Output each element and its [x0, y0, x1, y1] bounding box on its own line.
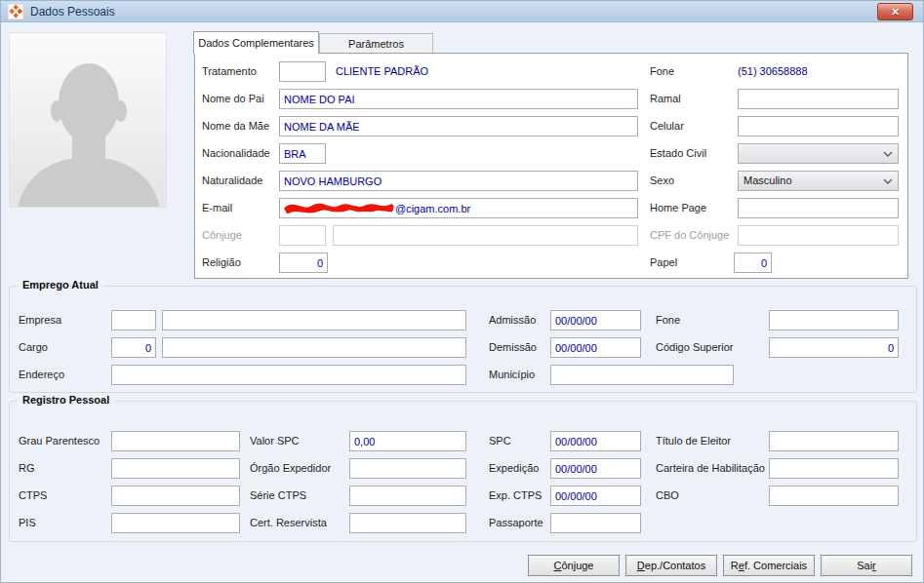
rg-input[interactable] — [111, 458, 240, 479]
endereco-label: Endereço — [19, 365, 64, 385]
dados-pessoais-window: Dados Pessoais ✕ Parâmetros Dados Comple… — [0, 0, 924, 583]
ctps-input[interactable] — [111, 486, 240, 506]
chevron-down-icon — [883, 151, 893, 157]
orgao-expedidor-input[interactable] — [349, 458, 466, 479]
orgao-expedidor-label: Órgão Expedidor — [250, 458, 331, 479]
celular-label: Celular — [650, 116, 684, 136]
sexo-dropdown[interactable]: Masculino — [738, 171, 899, 191]
close-icon: ✕ — [891, 6, 900, 18]
demissao-input[interactable] — [550, 337, 641, 358]
grau-parentesco-label: Grau Parentesco — [19, 431, 100, 451]
exp-ctps-label: Exp. CTPS — [489, 486, 542, 506]
serie-ctps-input[interactable] — [349, 486, 466, 506]
window-title: Dados Pessoais — [30, 1, 115, 22]
religiao-label: Religião — [202, 253, 241, 273]
person-silhouette-icon — [10, 33, 167, 208]
spc-input[interactable] — [550, 431, 641, 451]
nome-mae-input[interactable] — [279, 116, 638, 136]
fone-display: (51) 30658888 — [738, 61, 808, 82]
emprego-fone-label: Fone — [656, 310, 680, 330]
estado-civil-dropdown[interactable] — [738, 143, 899, 164]
tab-parametros[interactable]: Parâmetros — [319, 33, 433, 54]
conjuge-code-input — [279, 225, 326, 246]
pis-label: PIS — [19, 513, 36, 533]
rg-label: RG — [19, 458, 35, 479]
expedicao-label: Expedição — [489, 458, 539, 479]
pis-input[interactable] — [111, 513, 240, 533]
titulo-eleitor-input[interactable] — [769, 431, 899, 451]
email-field[interactable]: @cigam.com.br — [279, 198, 638, 218]
nacionalidade-input[interactable] — [279, 143, 326, 164]
passaporte-label: Passaporte — [489, 513, 543, 533]
conjuge-name-input — [333, 225, 638, 246]
valor-spc-input[interactable] — [349, 431, 466, 451]
cargo-code-input[interactable] — [111, 337, 156, 358]
empresa-code-input[interactable] — [111, 310, 156, 330]
close-button[interactable]: ✕ — [877, 3, 913, 20]
exp-ctps-input[interactable] — [550, 486, 641, 506]
codigo-superior-input[interactable] — [769, 337, 899, 358]
papel-label: Papel — [650, 253, 677, 273]
conjuge-button[interactable]: Cônjuge — [528, 555, 620, 576]
titulo-eleitor-label: Título de Eleitor — [656, 431, 731, 451]
cert-reservista-label: Cert. Reservista — [250, 513, 327, 533]
cert-reservista-input[interactable] — [349, 513, 466, 533]
celular-input[interactable] — [738, 116, 899, 136]
tratamento-label: Tratamento — [202, 61, 257, 82]
tratamento-display: CLIENTE PADRÃO — [336, 61, 428, 82]
home-page-input[interactable] — [738, 198, 899, 218]
title-bar: Dados Pessoais ✕ — [1, 1, 923, 22]
valor-spc-label: Valor SPC — [250, 431, 300, 451]
carteira-habilitacao-input[interactable] — [769, 458, 899, 479]
admissao-input[interactable] — [550, 310, 641, 330]
cpf-conjuge-input — [738, 225, 899, 246]
codigo-superior-label: Código Superior — [656, 337, 734, 358]
dep-contatos-button[interactable]: Dep./Contatos — [625, 555, 717, 576]
ref-comerciais-button[interactable]: Ref. Comerciais — [723, 555, 815, 576]
cpf-conjuge-label: CPF do Cônjuge — [650, 225, 729, 246]
redaction-scribble — [284, 201, 394, 215]
empresa-name-input[interactable] — [162, 310, 466, 330]
estado-civil-label: Estado Civil — [650, 143, 706, 164]
spc-label: SPC — [489, 431, 511, 451]
ctps-label: CTPS — [19, 486, 47, 506]
ramal-label: Ramal — [650, 89, 681, 109]
app-logo-icon — [8, 4, 23, 19]
endereco-input[interactable] — [111, 365, 466, 385]
conjuge-label: Cônjuge — [202, 225, 242, 246]
tratamento-input[interactable] — [279, 61, 326, 82]
home-page-label: Home Page — [650, 198, 706, 218]
chevron-down-icon — [883, 178, 893, 184]
municipio-input[interactable] — [550, 365, 734, 385]
ramal-input[interactable] — [738, 89, 899, 109]
nome-pai-label: Nome do Pai — [202, 89, 264, 109]
cbo-label: CBO — [656, 486, 679, 506]
expedicao-input[interactable] — [550, 458, 641, 479]
grau-parentesco-input[interactable] — [111, 431, 240, 451]
demissao-label: Demissão — [489, 337, 537, 358]
municipio-label: Município — [489, 365, 535, 385]
cargo-label: Cargo — [19, 337, 48, 358]
naturalidade-input[interactable] — [279, 171, 638, 191]
nacionalidade-label: Nacionalidade — [202, 143, 270, 164]
registro-pessoal-title: Registro Pessoal — [18, 394, 114, 406]
papel-input[interactable] — [734, 253, 772, 273]
sair-button[interactable]: Sair — [821, 555, 912, 576]
email-visible-text: @cigam.com.br — [395, 203, 470, 214]
sexo-label: Sexo — [650, 171, 674, 191]
religiao-input[interactable] — [279, 253, 328, 273]
emprego-atual-title: Emprego Atual — [18, 279, 103, 291]
cargo-name-input[interactable] — [162, 337, 466, 358]
naturalidade-label: Naturalidade — [202, 171, 262, 191]
photo-placeholder — [9, 32, 167, 208]
admissao-label: Admissão — [489, 310, 536, 330]
nome-pai-input[interactable] — [279, 89, 638, 109]
empresa-label: Empresa — [19, 310, 61, 330]
passaporte-input[interactable] — [550, 513, 641, 533]
emprego-fone-input[interactable] — [769, 310, 899, 330]
fone-label: Fone — [650, 61, 674, 82]
cbo-input[interactable] — [769, 486, 899, 506]
nome-mae-label: Nome da Mãe — [202, 116, 269, 136]
carteira-habilitacao-label: Carteira de Habilitação — [656, 458, 765, 479]
tab-dados-complementares[interactable]: Dados Complementares — [193, 31, 319, 54]
